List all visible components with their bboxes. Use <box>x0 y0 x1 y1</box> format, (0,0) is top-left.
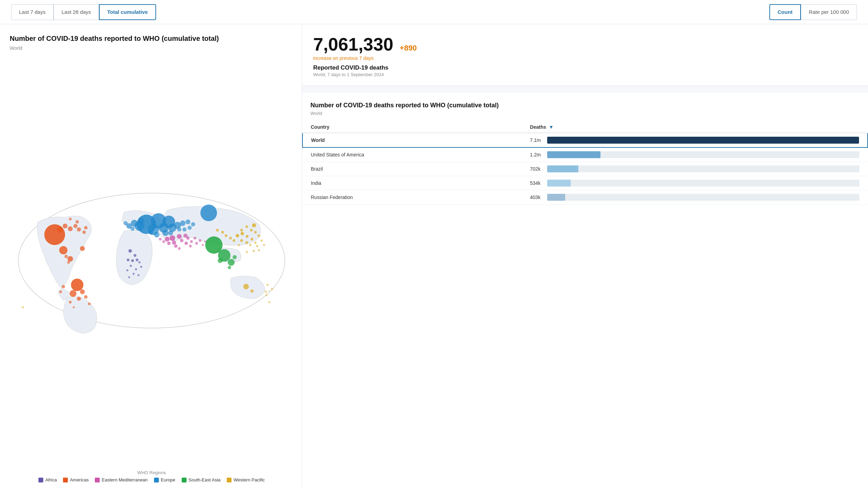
svg-point-119 <box>250 289 254 293</box>
svg-point-108 <box>221 231 224 234</box>
svg-point-54 <box>82 231 86 234</box>
table-row[interactable]: World7.1m <box>302 133 868 147</box>
svg-point-28 <box>172 241 176 245</box>
svg-point-88 <box>228 266 231 269</box>
svg-point-33 <box>174 244 178 248</box>
legend-item-western-pacific: Western Pacific <box>227 477 265 482</box>
change-badge: +890 <box>400 44 417 52</box>
svg-point-58 <box>64 255 68 258</box>
svg-point-123 <box>269 290 270 292</box>
svg-point-64 <box>84 295 88 299</box>
svg-point-19 <box>188 226 192 230</box>
svg-point-30 <box>167 242 171 245</box>
svg-point-96 <box>249 244 251 246</box>
metric-tabs: Count Rate per 100 000 <box>769 4 857 20</box>
change-label: increase on previous 7 days <box>313 55 857 61</box>
svg-point-77 <box>135 268 137 270</box>
time-range-tabs: Last 7 days Last 28 days Total cumulativ… <box>11 4 156 20</box>
svg-point-74 <box>127 259 129 261</box>
svg-point-66 <box>88 302 91 305</box>
svg-point-16 <box>168 231 173 235</box>
right-panel: 7,061,330 +890 increase on previous 7 da… <box>302 24 868 488</box>
legend-dot-western-pacific <box>227 478 232 482</box>
table-row[interactable]: Russian Federation403k <box>302 190 868 205</box>
legend-label-southeast-asia: South-East Asia <box>189 477 221 482</box>
svg-point-121 <box>22 306 24 308</box>
svg-point-31 <box>180 239 183 242</box>
svg-point-46 <box>59 246 67 254</box>
svg-point-21 <box>177 227 181 232</box>
svg-point-106 <box>229 237 232 240</box>
legend-item-southeast-asia: South-East Asia <box>182 477 221 482</box>
legend-items: Africa Americas Eastern Mediterranean Eu… <box>38 477 265 482</box>
svg-point-23 <box>130 227 135 231</box>
cell-deaths: 1.2m <box>522 147 868 162</box>
svg-point-109 <box>216 229 219 232</box>
tab-last7[interactable]: Last 7 days <box>11 4 54 20</box>
svg-point-65 <box>69 301 72 304</box>
legend-item-europe: Europe <box>154 477 175 482</box>
table-row[interactable]: United States of America1.2m <box>302 147 868 162</box>
legend-dot-southeast-asia <box>182 478 187 482</box>
tab-last28[interactable]: Last 28 days <box>54 4 99 20</box>
table-row[interactable]: India534k <box>302 176 868 190</box>
svg-point-37 <box>195 242 198 245</box>
svg-point-12 <box>138 218 144 224</box>
cell-country: Brazil <box>302 162 522 176</box>
legend-label-western-pacific: Western Pacific <box>234 477 265 482</box>
svg-point-40 <box>178 247 181 250</box>
svg-point-112 <box>250 229 253 232</box>
svg-point-32 <box>186 236 190 240</box>
left-panel: Number of COVID-19 deaths reported to WH… <box>0 24 302 488</box>
cell-deaths: 534k <box>522 176 868 190</box>
svg-point-53 <box>77 227 81 232</box>
svg-point-98 <box>258 249 260 251</box>
cell-deaths: 7.1m <box>522 133 868 147</box>
deaths-table: Country Deaths ▼ World7.1mUnited States … <box>302 121 868 205</box>
svg-point-100 <box>246 251 248 253</box>
svg-point-10 <box>180 220 186 226</box>
svg-point-15 <box>148 230 153 235</box>
svg-point-55 <box>84 226 88 229</box>
svg-point-43 <box>162 240 165 243</box>
table-card: Number of COVID-19 deaths reported to WH… <box>302 93 868 488</box>
svg-point-110 <box>240 229 243 232</box>
svg-point-122 <box>265 294 268 296</box>
tab-cumulative[interactable]: Total cumulative <box>99 4 156 20</box>
svg-point-82 <box>128 276 130 278</box>
svg-point-50 <box>63 224 67 228</box>
svg-point-38 <box>189 245 192 247</box>
svg-point-73 <box>136 259 138 261</box>
legend-item-americas: Americas <box>63 477 89 482</box>
svg-point-26 <box>177 234 182 239</box>
metric-count[interactable]: Count <box>769 4 801 20</box>
world-map-svg <box>10 184 293 337</box>
metric-rate[interactable]: Rate per 100 000 <box>801 4 857 20</box>
svg-point-104 <box>238 244 240 246</box>
svg-point-25 <box>170 235 175 241</box>
legend-dot-eastern-med <box>95 478 100 482</box>
svg-point-62 <box>80 289 85 294</box>
svg-point-114 <box>257 234 260 237</box>
svg-point-117 <box>252 223 256 227</box>
svg-point-111 <box>245 225 248 228</box>
svg-point-69 <box>59 290 62 293</box>
svg-point-67 <box>73 306 75 308</box>
cell-deaths: 403k <box>522 190 868 205</box>
svg-point-13 <box>162 230 169 236</box>
col-deaths[interactable]: Deaths ▼ <box>522 121 868 133</box>
svg-point-107 <box>225 234 227 237</box>
sort-arrow-icon: ▼ <box>549 124 554 130</box>
table-scroll-area[interactable]: Country Deaths ▼ World7.1mUnited States … <box>302 121 868 205</box>
svg-point-18 <box>191 222 195 226</box>
svg-point-91 <box>246 235 248 238</box>
legend: WHO Regions Africa Americas Eastern Medi… <box>10 470 293 482</box>
table-row[interactable]: Brazil702k <box>302 162 868 176</box>
stats-meta: World, 7 days to 1 September 2024 <box>313 72 857 77</box>
legend-dot-americas <box>63 478 68 482</box>
svg-point-87 <box>233 255 237 259</box>
svg-point-61 <box>70 290 76 297</box>
map-container <box>10 54 293 467</box>
svg-point-63 <box>77 297 81 301</box>
legend-dot-africa <box>38 478 43 482</box>
